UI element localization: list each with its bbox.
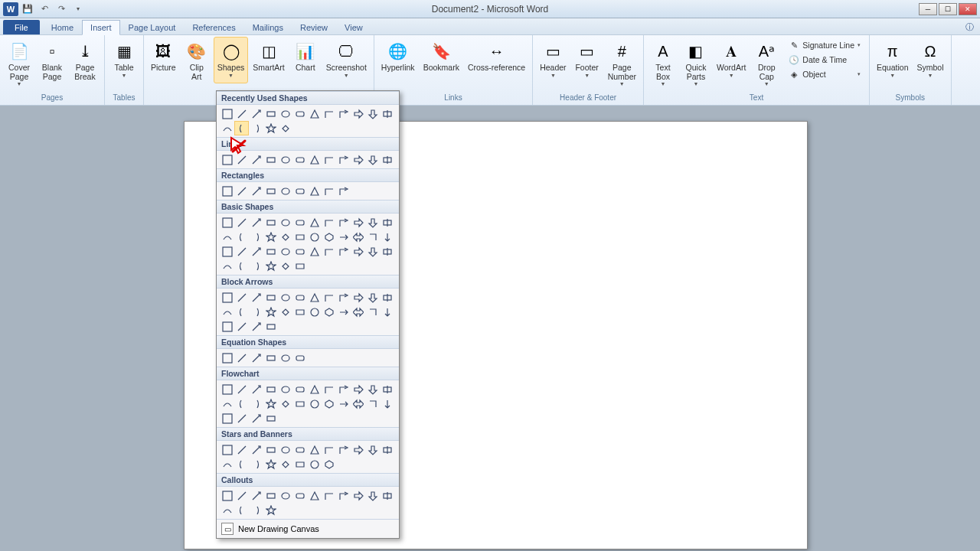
word-app-icon[interactable]: W xyxy=(3,2,18,16)
shape-item[interactable] xyxy=(322,305,336,319)
shape-item[interactable] xyxy=(322,106,336,121)
object-button[interactable]: ◈Object▾ xyxy=(785,67,864,81)
ribbon-help-icon[interactable]: ⓘ xyxy=(965,21,974,33)
shape-item[interactable] xyxy=(322,457,336,471)
cover-page-button[interactable]: 📄CoverPage▼ xyxy=(3,37,35,89)
shape-item[interactable] xyxy=(249,305,263,319)
tab-page-layout[interactable]: Page Layout xyxy=(120,20,185,34)
shape-item[interactable] xyxy=(263,184,278,198)
shape-item[interactable] xyxy=(307,230,322,244)
shape-item[interactable] xyxy=(336,106,351,121)
shape-item[interactable] xyxy=(380,305,394,319)
shape-item[interactable] xyxy=(380,230,394,244)
shape-item[interactable] xyxy=(234,184,249,198)
shape-item[interactable] xyxy=(292,259,307,273)
shape-item[interactable] xyxy=(249,290,263,305)
chart-button[interactable]: 📊Chart xyxy=(289,37,322,83)
shape-item[interactable] xyxy=(351,442,365,457)
shape-item[interactable] xyxy=(336,230,351,244)
shape-item[interactable] xyxy=(292,290,307,305)
shape-item[interactable] xyxy=(234,121,249,135)
shape-item[interactable] xyxy=(249,152,263,167)
date-&-time-button[interactable]: 🕓Date & Time xyxy=(785,53,864,67)
shape-item[interactable] xyxy=(336,290,351,305)
shape-item[interactable] xyxy=(263,305,278,319)
shape-item[interactable] xyxy=(322,152,336,167)
shape-item[interactable] xyxy=(307,305,322,319)
shape-item[interactable] xyxy=(322,215,336,230)
shape-item[interactable] xyxy=(292,184,307,198)
equation-button[interactable]: πEquation▼ xyxy=(873,37,912,80)
shape-item[interactable] xyxy=(234,305,249,319)
shape-item[interactable] xyxy=(234,457,249,471)
shape-item[interactable] xyxy=(234,396,249,411)
shape-item[interactable] xyxy=(336,184,351,198)
shape-item[interactable] xyxy=(249,411,263,425)
shape-item[interactable] xyxy=(351,488,365,503)
shape-item[interactable] xyxy=(249,319,263,334)
shape-item[interactable] xyxy=(263,244,278,259)
shape-item[interactable] xyxy=(220,121,234,135)
shape-item[interactable] xyxy=(220,305,234,319)
shape-item[interactable] xyxy=(234,259,249,273)
symbol-button[interactable]: ΩSymbol▼ xyxy=(913,37,947,80)
shape-item[interactable] xyxy=(220,411,234,425)
shape-item[interactable] xyxy=(220,230,234,244)
new-drawing-canvas-button[interactable]: ▭New Drawing Canvas xyxy=(217,519,399,538)
qat-redo-icon[interactable]: ↷ xyxy=(54,2,69,16)
shape-item[interactable] xyxy=(351,230,365,244)
shape-item[interactable] xyxy=(234,350,249,365)
shape-item[interactable] xyxy=(307,396,322,411)
shape-item[interactable] xyxy=(278,259,292,273)
tab-view[interactable]: View xyxy=(336,20,371,34)
shape-item[interactable] xyxy=(336,305,351,319)
signature-line-button[interactable]: ✎Signature Line▾ xyxy=(785,38,864,52)
shape-item[interactable] xyxy=(263,230,278,244)
shape-item[interactable] xyxy=(263,259,278,273)
tab-mailings[interactable]: Mailings xyxy=(244,20,292,34)
shape-item[interactable] xyxy=(351,215,365,230)
shape-item[interactable] xyxy=(234,382,249,396)
shape-item[interactable] xyxy=(278,215,292,230)
shape-item[interactable] xyxy=(322,184,336,198)
shape-item[interactable] xyxy=(351,290,365,305)
table-button[interactable]: ▦Table▼ xyxy=(108,37,140,80)
hyperlink-button[interactable]: 🌐Hyperlink xyxy=(377,37,419,75)
shape-item[interactable] xyxy=(336,152,351,167)
shape-item[interactable] xyxy=(263,411,278,425)
smartart-button[interactable]: ◫SmartArt xyxy=(249,37,288,83)
tab-insert[interactable]: Insert xyxy=(82,20,120,35)
shape-item[interactable] xyxy=(292,244,307,259)
minimize-button[interactable]: ─ xyxy=(919,3,937,15)
shape-item[interactable] xyxy=(365,442,380,457)
shape-item[interactable] xyxy=(249,184,263,198)
blank-page-button[interactable]: ▫BlankPage xyxy=(36,37,68,89)
shape-item[interactable] xyxy=(263,152,278,167)
shape-item[interactable] xyxy=(322,396,336,411)
tab-file[interactable]: File xyxy=(3,20,40,34)
shape-item[interactable] xyxy=(380,442,394,457)
shape-item[interactable] xyxy=(336,442,351,457)
shape-item[interactable] xyxy=(220,106,234,121)
shape-item[interactable] xyxy=(278,457,292,471)
shape-item[interactable] xyxy=(220,442,234,457)
shape-item[interactable] xyxy=(220,215,234,230)
shape-item[interactable] xyxy=(278,350,292,365)
shape-item[interactable] xyxy=(380,382,394,396)
shape-item[interactable] xyxy=(220,396,234,411)
shape-item[interactable] xyxy=(307,442,322,457)
shape-item[interactable] xyxy=(336,488,351,503)
shape-item[interactable] xyxy=(249,259,263,273)
shape-item[interactable] xyxy=(278,442,292,457)
shape-item[interactable] xyxy=(263,396,278,411)
shape-item[interactable] xyxy=(292,152,307,167)
shape-item[interactable] xyxy=(351,382,365,396)
shape-item[interactable] xyxy=(249,215,263,230)
shape-item[interactable] xyxy=(292,488,307,503)
shape-item[interactable] xyxy=(234,411,249,425)
shape-item[interactable] xyxy=(278,488,292,503)
shape-item[interactable] xyxy=(278,121,292,135)
shape-item[interactable] xyxy=(307,152,322,167)
screenshot-button[interactable]: 🖵Screenshot▼ xyxy=(322,37,371,83)
shape-item[interactable] xyxy=(249,488,263,503)
